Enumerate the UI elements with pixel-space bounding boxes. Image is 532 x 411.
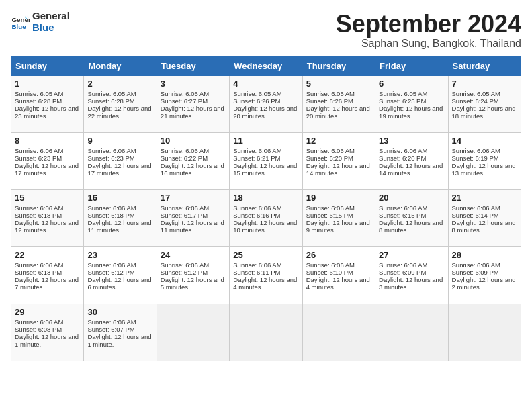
day-number: 5 [306, 79, 371, 89]
logo-icon: General Blue [11, 13, 30, 32]
daylight: Daylight: 12 hours and 20 minutes. [233, 105, 297, 120]
calendar-day-30: 30 Sunrise: 6:06 AM Sunset: 6:07 PM Dayl… [84, 304, 157, 361]
day-number: 18 [233, 193, 298, 203]
sunset: Sunset: 6:24 PM [452, 97, 499, 105]
daylight: Daylight: 12 hours and 6 minutes. [87, 276, 151, 291]
sunset: Sunset: 6:12 PM [161, 269, 208, 276]
sunset: Sunset: 6:21 PM [233, 154, 280, 162]
daylight: Daylight: 12 hours and 21 minutes. [161, 105, 224, 120]
sunrise: Sunrise: 6:06 AM [233, 147, 281, 154]
day-number: 25 [233, 250, 298, 260]
calendar-day-29: 29 Sunrise: 6:06 AM Sunset: 6:08 PM Dayl… [11, 304, 84, 361]
sunset: Sunset: 6:22 PM [161, 154, 208, 162]
sunset: Sunset: 6:07 PM [87, 326, 134, 333]
daylight: Daylight: 12 hours and 13 minutes. [452, 162, 516, 177]
calendar-day-2: 2 Sunrise: 6:05 AM Sunset: 6:28 PM Dayli… [84, 75, 157, 132]
logo: General Blue General Blue [11, 11, 70, 33]
day-number: 12 [306, 136, 371, 146]
sunrise: Sunrise: 6:06 AM [306, 261, 355, 269]
calendar-day-16: 16 Sunrise: 6:06 AM Sunset: 6:18 PM Dayl… [84, 189, 157, 246]
calendar-day-14: 14 Sunrise: 6:06 AM Sunset: 6:19 PM Dayl… [448, 132, 521, 189]
daylight: Daylight: 12 hours and 14 minutes. [379, 162, 443, 177]
sunset: Sunset: 6:08 PM [15, 326, 62, 333]
daylight: Daylight: 12 hours and 23 minutes. [15, 105, 79, 120]
sunrise: Sunrise: 6:06 AM [452, 147, 500, 154]
day-number: 22 [15, 250, 80, 260]
sunset: Sunset: 6:15 PM [306, 212, 353, 219]
sunrise: Sunrise: 6:06 AM [161, 261, 209, 269]
daylight: Daylight: 12 hours and 11 minutes. [161, 219, 224, 234]
daylight: Daylight: 12 hours and 9 minutes. [306, 219, 370, 234]
day-number: 13 [379, 136, 444, 146]
sunset: Sunset: 6:26 PM [306, 97, 353, 105]
calendar-day-25: 25 Sunrise: 6:06 AM Sunset: 6:11 PM Dayl… [230, 246, 302, 304]
sunrise: Sunrise: 6:05 AM [15, 90, 63, 97]
calendar-day-24: 24 Sunrise: 6:06 AM Sunset: 6:12 PM Dayl… [157, 246, 229, 304]
calendar-day-27: 27 Sunrise: 6:06 AM Sunset: 6:09 PM Dayl… [375, 246, 448, 304]
calendar-day-10: 10 Sunrise: 6:06 AM Sunset: 6:22 PM Dayl… [157, 132, 229, 189]
day-number: 23 [87, 250, 152, 260]
day-number: 4 [233, 79, 298, 89]
calendar-day-26: 26 Sunrise: 6:06 AM Sunset: 6:10 PM Dayl… [302, 246, 375, 304]
calendar-day-1: 1 Sunrise: 6:05 AM Sunset: 6:28 PM Dayli… [11, 75, 84, 132]
column-header-tuesday: Tuesday [157, 56, 229, 75]
daylight: Daylight: 12 hours and 20 minutes. [306, 105, 370, 120]
sunrise: Sunrise: 6:05 AM [161, 90, 209, 97]
daylight: Daylight: 12 hours and 10 minutes. [233, 219, 297, 234]
daylight: Daylight: 12 hours and 8 minutes. [452, 219, 516, 234]
sunrise: Sunrise: 6:05 AM [233, 90, 281, 97]
column-header-sunday: Sunday [11, 56, 84, 75]
sunrise: Sunrise: 6:06 AM [15, 204, 63, 212]
sunrise: Sunrise: 6:06 AM [379, 204, 427, 212]
day-number: 9 [87, 136, 152, 146]
calendar-day-13: 13 Sunrise: 6:06 AM Sunset: 6:20 PM Dayl… [375, 132, 448, 189]
daylight: Daylight: 12 hours and 15 minutes. [233, 162, 297, 177]
daylight: Daylight: 12 hours and 4 minutes. [306, 276, 370, 291]
day-number: 20 [379, 193, 444, 203]
column-header-thursday: Thursday [302, 56, 375, 75]
calendar-day-18: 18 Sunrise: 6:06 AM Sunset: 6:16 PM Dayl… [230, 189, 302, 246]
sunrise: Sunrise: 6:06 AM [233, 204, 281, 212]
calendar-day-20: 20 Sunrise: 6:06 AM Sunset: 6:15 PM Dayl… [375, 189, 448, 246]
day-number: 3 [161, 79, 226, 89]
sunrise: Sunrise: 6:05 AM [87, 90, 136, 97]
empty-cell [230, 304, 302, 361]
sunrise: Sunrise: 6:06 AM [233, 261, 281, 269]
daylight: Daylight: 12 hours and 12 minutes. [15, 219, 79, 234]
logo-blue: Blue [32, 22, 70, 34]
calendar-day-8: 8 Sunrise: 6:06 AM Sunset: 6:23 PM Dayli… [11, 132, 84, 189]
sunset: Sunset: 6:11 PM [233, 269, 280, 276]
daylight: Daylight: 12 hours and 1 minute. [87, 333, 151, 348]
empty-cell [157, 304, 229, 361]
sunset: Sunset: 6:14 PM [452, 212, 499, 219]
day-number: 14 [452, 136, 517, 146]
day-number: 17 [161, 193, 226, 203]
sunrise: Sunrise: 6:06 AM [161, 147, 209, 154]
calendar-week-row: 22 Sunrise: 6:06 AM Sunset: 6:13 PM Dayl… [11, 246, 521, 304]
sunrise: Sunrise: 6:05 AM [452, 90, 500, 97]
day-number: 26 [306, 250, 371, 260]
calendar-day-4: 4 Sunrise: 6:05 AM Sunset: 6:26 PM Dayli… [230, 75, 302, 132]
daylight: Daylight: 12 hours and 17 minutes. [15, 162, 79, 177]
sunset: Sunset: 6:28 PM [87, 97, 134, 105]
sunset: Sunset: 6:09 PM [452, 269, 499, 276]
calendar-week-row: 8 Sunrise: 6:06 AM Sunset: 6:23 PM Dayli… [11, 132, 521, 189]
empty-cell [448, 304, 521, 361]
day-number: 30 [87, 307, 152, 317]
sunset: Sunset: 6:17 PM [161, 212, 208, 219]
sunset: Sunset: 6:09 PM [379, 269, 426, 276]
calendar-header-row: SundayMondayTuesdayWednesdayThursdayFrid… [11, 56, 521, 75]
daylight: Daylight: 12 hours and 1 minute. [15, 333, 79, 348]
calendar-day-11: 11 Sunrise: 6:06 AM Sunset: 6:21 PM Dayl… [230, 132, 302, 189]
calendar-day-3: 3 Sunrise: 6:05 AM Sunset: 6:27 PM Dayli… [157, 75, 229, 132]
sunrise: Sunrise: 6:05 AM [379, 90, 427, 97]
page-header: General Blue General Blue September 2024… [11, 11, 521, 50]
day-number: 6 [379, 79, 444, 89]
sunrise: Sunrise: 6:06 AM [161, 204, 209, 212]
calendar-day-17: 17 Sunrise: 6:06 AM Sunset: 6:17 PM Dayl… [157, 189, 229, 246]
day-number: 15 [15, 193, 80, 203]
calendar-day-22: 22 Sunrise: 6:06 AM Sunset: 6:13 PM Dayl… [11, 246, 84, 304]
daylight: Daylight: 12 hours and 5 minutes. [161, 276, 224, 291]
day-number: 19 [306, 193, 371, 203]
day-number: 16 [87, 193, 152, 203]
